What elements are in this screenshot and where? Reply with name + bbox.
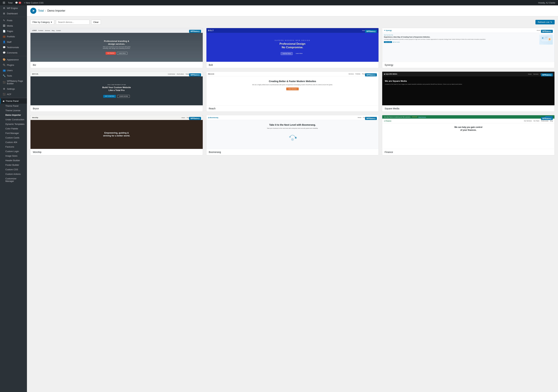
breadcrumb-separator: ›: [45, 9, 46, 12]
synergy-demo-link: ▶ How it works: [393, 41, 400, 43]
sidebar-item-theme-panel[interactable]: ◀ Theme Panel: [0, 98, 27, 104]
reach-content: Creating Better & Faster Modern Websites…: [206, 76, 379, 94]
reach-heading: Creating Better & Faster Modern Websites: [209, 80, 376, 83]
wpe-icon: ⚙: [2, 7, 6, 9]
demo-card-bryce[interactable]: BRYCE. OVERVIEW FEATURES TEAM STORE BLOG…: [30, 71, 203, 112]
biz-hero-text: Professional branding &design services.: [104, 40, 129, 46]
sidebar-item-users[interactable]: 👥 Users: [0, 68, 27, 73]
demo-card-image-synergy: ✦ Synergy Home About Solutions Start You…: [382, 28, 554, 62]
submenu-item-favicons[interactable]: Favicons: [0, 145, 27, 149]
new-sub-label: Custom CSS: [31, 1, 44, 4]
sidebar-item-wpe[interactable]: ⚙ WP Engine: [0, 5, 27, 11]
worship-nav: Worship Vision Projects Team Blog: [30, 115, 203, 120]
comments-link[interactable]: 💬 0: [14, 0, 23, 5]
sidebar-item-settings[interactable]: ⚙ Settings: [0, 86, 27, 92]
sidebar-item-appearance[interactable]: 🎨 Appearance: [0, 57, 27, 62]
sidebar-item-label: WPBakery Page Builder: [7, 80, 25, 85]
sidebar-item-dashboard[interactable]: ⊞ Dashboard: [0, 11, 27, 16]
sidebar-item-media[interactable]: 🖼 Media: [0, 23, 27, 28]
admin-bar: ⊞ Total 💬 0 + New Custom CSS Howdy, AJ C…: [0, 0, 558, 5]
submenu-item-header-builder[interactable]: Header Builder: [0, 158, 27, 163]
wp-logo-link[interactable]: ⊞: [1, 0, 7, 5]
howdy-link[interactable]: Howdy, AJ Clarke: [537, 0, 557, 5]
site-name-link[interactable]: Total: [7, 0, 14, 5]
sidebar-item-pages[interactable]: 📄 Pages: [0, 28, 27, 34]
boomerang-heading: Take it to the Next Level with Boomerang…: [209, 123, 376, 126]
submenu-item-image-sizes[interactable]: Image Sizes: [0, 153, 27, 158]
synergy-buttons: Select a Plan ▶ How it works: [384, 41, 538, 43]
new-content-link[interactable]: + New Custom CSS: [23, 0, 45, 5]
demo-card-image-bryce: BRYCE. OVERVIEW FEATURES TEAM STORE BLOG…: [30, 72, 203, 105]
sidebar-item-label: Plugins: [7, 64, 14, 66]
squaremedia-preview: ◆ SQUARE MEDIA Home Services Work Team J…: [382, 72, 554, 105]
finance-preview: See why Finance is trusted by over 50k c…: [382, 115, 554, 149]
submenu-item-color-palette[interactable]: Color Palette: [0, 126, 27, 131]
submenu-item-under-construction[interactable]: Under Construction: [0, 117, 27, 122]
demo-card-reach[interactable]: REACH Services Portfolio Pricing Blog Co…: [206, 71, 379, 112]
squaremedia-heading: We are Square Media: [385, 80, 552, 82]
boomerang-content: Take it to the Next Level with Boomerang…: [206, 120, 379, 145]
acf-icon: ⬛: [2, 93, 6, 95]
biz-btn2: Learn More: [117, 52, 127, 55]
submenu-item-dynamic-templates[interactable]: Dynamic Templates: [0, 122, 27, 126]
bolt-name: Bolt: [209, 64, 213, 66]
search-input[interactable]: [56, 20, 90, 25]
sidebar-item-label: Pages: [7, 30, 13, 33]
squaremedia-footer: Square Media: [382, 105, 554, 111]
sidebar-item-acf[interactable]: ⬛ ACF: [0, 92, 27, 97]
demo-card-biz[interactable]: LOGO Portfolio Services Blog Contact Pro…: [30, 28, 203, 68]
sidebar-item-comments[interactable]: 💬 Comments: [0, 50, 27, 55]
submenu-item-custom-css[interactable]: Custom CSS: [0, 167, 27, 172]
submenu-item-custom-404[interactable]: Custom 404: [0, 140, 27, 145]
submenu-item-customizer-manager[interactable]: Customizer Manager: [0, 176, 27, 183]
demo-card-image-bolt: BOLT Home About Store ▾ SUPERB MODERN WE…: [206, 28, 379, 62]
admin-sidebar: ⚙ WP Engine ⊞ Dashboard ✎ Posts 🖼 Media …: [0, 5, 27, 392]
sidebar-item-portfolio[interactable]: 💼 Portfolio: [0, 34, 27, 39]
finance-content: We can help you gain controlof your fina…: [382, 123, 554, 134]
demo-card-synergy[interactable]: ✦ Synergy Home About Solutions Start You…: [382, 28, 555, 68]
clear-button[interactable]: Clear: [91, 20, 101, 25]
sidebar-item-plugins[interactable]: 🔌 Plugins: [0, 62, 27, 68]
submenu-item-theme-license[interactable]: Theme License: [0, 108, 27, 113]
demo-card-image-boomerang: ◎ Boomerang Home Features Get Started Ta…: [206, 115, 379, 149]
dashboard-icon: ⊞: [2, 12, 6, 15]
plugins-icon: 🔌: [2, 64, 6, 66]
biz-nav: LOGO Portfolio Services Blog Contact: [30, 28, 203, 33]
demo-card-image-squaremedia: ◆ SQUARE MEDIA Home Services Work Team J…: [382, 72, 554, 105]
demo-card-boomerang[interactable]: ◎ Boomerang Home Features Get Started Ta…: [206, 115, 379, 155]
synergy-nav: ✦ Synergy Home About Solutions: [382, 28, 554, 33]
sidebar-item-posts[interactable]: ✎ Posts: [0, 18, 27, 23]
demo-card-squaremedia[interactable]: ◆ SQUARE MEDIA Home Services Work Team J…: [382, 71, 555, 112]
demo-card-bolt[interactable]: BOLT Home About Store ▾ SUPERB MODERN WE…: [206, 28, 379, 68]
sidebar-item-label: Posts: [7, 19, 12, 22]
sidebar-item-label: Appearance: [7, 58, 19, 61]
menu-list: ⚙ WP Engine ⊞ Dashboard ✎ Posts 🖼 Media …: [0, 5, 27, 183]
demo-card-finance[interactable]: See why Finance is trusted by over 50k c…: [382, 115, 555, 155]
submenu-item-demo-importer[interactable]: Demo Importer: [0, 113, 27, 117]
worship-hero: Empowering, guiding &striving for a bett…: [30, 120, 203, 149]
submenu-item-footer-builder[interactable]: Footer Builder: [0, 163, 27, 167]
sidebar-item-label: Testimonials: [7, 46, 19, 49]
submenu-item-theme-panel[interactable]: Theme Panel: [0, 104, 27, 108]
portfolio-icon: 💼: [2, 35, 6, 38]
sidebar-item-label: Settings: [7, 88, 15, 90]
sidebar-item-tools[interactable]: 🔧 Tools: [0, 73, 27, 78]
sidebar-item-testimonials[interactable]: 💬 Testimonials: [0, 45, 27, 50]
submenu-item-font-manager[interactable]: Font Manager: [0, 131, 27, 136]
biz-name: Biz: [33, 64, 36, 66]
sidebar-item-label: Users: [7, 69, 13, 72]
sidebar-item-label: Comments: [7, 51, 17, 54]
worship-hero-text: Empowering, guiding &striving for a bett…: [103, 132, 130, 137]
demo-card-worship[interactable]: Worship Vision Projects Team Blog Empowe…: [30, 115, 203, 155]
settings-icon: ⚙: [2, 87, 6, 90]
squaremedia-name: Square Media: [384, 107, 399, 110]
filter-category-dropdown[interactable]: Filter by Category ▾: [30, 20, 54, 25]
submenu-item-custom-login[interactable]: Custom Login: [0, 149, 27, 153]
sidebar-item-staff[interactable]: 👤 Staff: [0, 39, 27, 45]
submenu-item-custom-actions[interactable]: Custom Actions: [0, 172, 27, 176]
sidebar-item-wpbakery[interactable]: ⬛ WPBakery Page Builder: [0, 78, 27, 86]
submenu-item-custom-cards[interactable]: Custom Cards: [0, 136, 27, 140]
refresh-list-button[interactable]: Refresh List ↻: [535, 20, 555, 24]
breadcrumb-root[interactable]: Total: [38, 9, 44, 12]
boomerang-name: Boomerang: [209, 151, 221, 153]
